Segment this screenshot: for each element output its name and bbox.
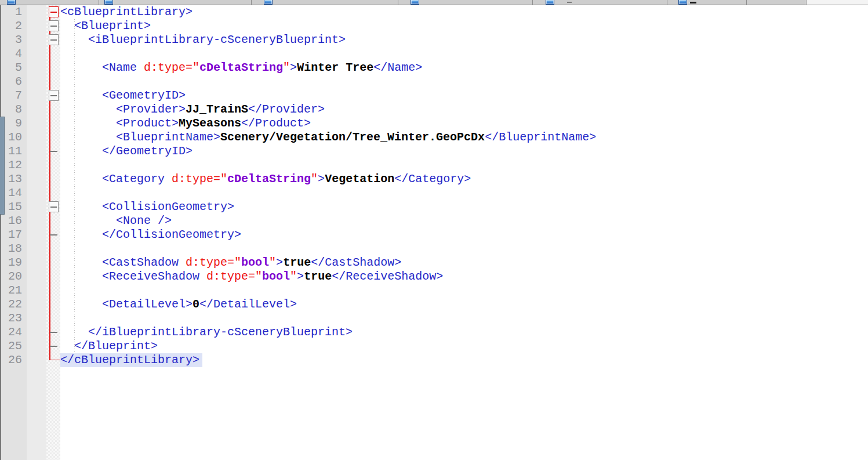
document-icon[interactable]	[546, 0, 554, 5]
token-aval: cDeltaString	[227, 172, 311, 186]
bookmark-margin	[27, 5, 46, 460]
document-icon[interactable]	[264, 0, 273, 5]
fold-tree-elbow	[49, 360, 60, 361]
token-attr: d:type	[206, 270, 248, 283]
line-number: 17	[0, 228, 22, 242]
minus-icon	[50, 26, 57, 27]
token-val: JJ_TrainS	[186, 103, 248, 116]
fold-collapse-button[interactable]	[49, 6, 59, 17]
fold-end-marker	[50, 346, 57, 347]
line-number: 21	[0, 284, 22, 298]
token-tag: </ReceiveShadow>	[332, 270, 443, 283]
token-tag: </Name>	[373, 61, 422, 74]
token-attr: ="	[186, 61, 199, 74]
line-number: 3	[0, 33, 22, 47]
code-line[interactable]: <cBlueprintLibrary>	[60, 5, 193, 19]
token-tag: </CollisionGeometry>	[60, 228, 241, 241]
document-icon[interactable]	[7, 0, 16, 5]
token-tag: <cBlueprintLibrary>	[60, 5, 193, 19]
code-line[interactable]: <CastShadow d:type="bool">true</CastShad…	[60, 256, 401, 270]
token-tag: <Category	[60, 172, 172, 186]
token-tag: <BlueprintName>	[60, 131, 220, 144]
line-number: 24	[0, 325, 22, 339]
fold-collapse-button[interactable]	[49, 201, 59, 212]
token-tag: >	[290, 61, 297, 74]
token-tag: >	[318, 172, 325, 186]
token-tag: </DetailLevel>	[199, 298, 297, 311]
line-number: 1	[0, 5, 22, 19]
token-attr: d:type	[144, 61, 186, 74]
window-tab-strip	[0, 0, 868, 5]
code-line[interactable]: <DetailLevel>0</DetailLevel>	[60, 298, 297, 312]
line-number: 19	[0, 256, 22, 270]
token-tag: </Category>	[394, 172, 471, 186]
token-tag: <DetailLevel>	[60, 298, 193, 311]
line-number: 22	[0, 298, 22, 312]
minus-icon	[50, 39, 57, 41]
line-number: 5	[0, 61, 22, 75]
tab-separator	[99, 0, 99, 5]
token-attr: ="	[213, 172, 227, 186]
token-val: 0	[193, 298, 199, 311]
tab-separator	[251, 0, 252, 5]
left-scrollbar-thumb[interactable]	[0, 117, 5, 215]
document-icon[interactable]	[411, 0, 419, 5]
token-tag: <Product>	[60, 117, 179, 130]
code-line[interactable]: </GeometryID>	[60, 144, 193, 158]
token-attr: "	[283, 61, 290, 74]
fold-collapse-button[interactable]	[49, 20, 59, 31]
fold-collapse-button[interactable]	[49, 34, 59, 45]
line-number: 16	[0, 214, 22, 228]
line-number: 23	[0, 312, 22, 325]
token-attr: "	[290, 270, 297, 283]
code-line[interactable]: <Blueprint>	[60, 19, 151, 33]
code-line[interactable]: <GeometryID>	[60, 89, 186, 103]
minus-icon	[50, 12, 57, 13]
code-line[interactable]: <Provider>JJ_TrainS</Provider>	[60, 103, 325, 117]
token-tag: <Blueprint>	[60, 19, 151, 32]
code-line-selected[interactable]: </cBlueprintLibrary>	[60, 353, 202, 367]
minus-icon	[50, 95, 57, 96]
token-tag: </CastShadow>	[311, 256, 401, 269]
token-tag: <ReceiveShadow	[60, 270, 206, 283]
code-line[interactable]: <iBlueprintLibrary-cSceneryBlueprint>	[60, 33, 346, 47]
line-number: 6	[0, 75, 22, 89]
fold-tree-line	[49, 17, 50, 360]
fold-end-marker	[50, 332, 57, 333]
token-tag: >	[297, 270, 304, 283]
editor-area[interactable]: 1<cBlueprintLibrary>2 <Blueprint>3 <iBlu…	[0, 5, 868, 460]
token-attr: d:type	[186, 256, 227, 269]
token-val: true	[304, 270, 332, 283]
token-tag: <Name	[60, 61, 144, 74]
code-line[interactable]: <ReceiveShadow d:type="bool">true</Recei…	[60, 270, 443, 284]
document-icon[interactable]	[678, 0, 687, 5]
token-tag: </Product>	[241, 117, 311, 130]
token-attr: "	[311, 172, 318, 186]
code-line[interactable]: <Category d:type="cDeltaString">Vegetati…	[60, 172, 471, 186]
code-line[interactable]: </Blueprint>	[60, 339, 158, 353]
empty-tab-area	[806, 0, 868, 5]
token-tag: </iBlueprintLibrary-cSceneryBlueprint>	[60, 325, 353, 339]
code-line[interactable]: <None />	[60, 214, 172, 228]
token-attr: "	[269, 256, 276, 269]
token-attr: ="	[248, 270, 262, 283]
document-icon[interactable]	[104, 0, 113, 5]
code-line[interactable]: <BlueprintName>Scenery/Vegetation/Tree_W…	[60, 131, 596, 144]
tab-separator	[746, 0, 747, 5]
token-tag: </BlueprintName>	[485, 131, 596, 144]
token-tag: </GeometryID>	[60, 144, 193, 158]
fold-collapse-button[interactable]	[49, 90, 59, 101]
code-line[interactable]: <Name d:type="cDeltaString">Winter Tree<…	[60, 61, 422, 75]
fold-end-marker	[50, 151, 57, 152]
code-line[interactable]: <Product>MySeasons</Product>	[60, 117, 311, 131]
code-line[interactable]: </iBlueprintLibrary-cSceneryBlueprint>	[60, 325, 353, 339]
line-number: 20	[0, 270, 22, 284]
line-number: 7	[0, 89, 22, 103]
token-aval: bool	[241, 256, 269, 269]
token-tag: >	[276, 256, 283, 269]
code-line[interactable]: <CollisionGeometry>	[60, 200, 234, 214]
code-line[interactable]: </CollisionGeometry>	[60, 228, 241, 242]
tab-label-fragment	[690, 2, 696, 3]
line-number: 4	[0, 47, 22, 61]
line-number: 26	[0, 353, 22, 367]
